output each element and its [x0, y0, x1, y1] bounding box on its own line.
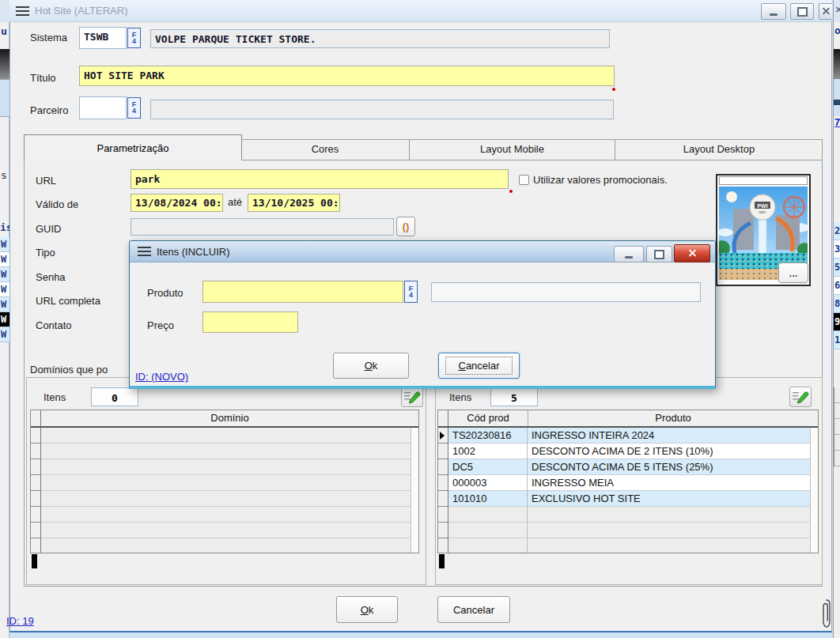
- f4-lookup-button[interactable]: F4: [127, 28, 141, 48]
- pencil-icon: [403, 390, 421, 404]
- valido-ate-input[interactable]: 13/10/2025 00:00: [248, 194, 340, 212]
- menu-hamburger-icon[interactable]: [138, 247, 151, 257]
- row-selector[interactable]: [31, 491, 41, 507]
- background-grid-row: W: [0, 237, 9, 252]
- row-selector[interactable]: [438, 538, 448, 553]
- tab-layout-mobile[interactable]: Layout Mobile: [409, 139, 615, 160]
- maximize-button[interactable]: [790, 3, 814, 20]
- row-selector[interactable]: [31, 507, 41, 523]
- table-row[interactable]: [31, 507, 418, 523]
- screen: u s is WWWWWWW o 7 2356891 Hot Site (ALT…: [0, 0, 840, 638]
- left-edit-button[interactable]: [401, 387, 423, 407]
- record-id-link[interactable]: ID: (NOVO): [135, 371, 188, 383]
- row-selector[interactable]: [31, 523, 41, 538]
- preco-input[interactable]: [202, 311, 298, 333]
- table-cell: DESCONTO ACIMA DE 2 ITENS (10%): [528, 444, 818, 459]
- background-grid-row: W: [0, 267, 9, 282]
- left-itens-count: 0: [91, 387, 138, 406]
- menu-hamburger-icon[interactable]: [16, 6, 29, 17]
- table-row[interactable]: 1002DESCONTO ACIMA DE 2 ITENS (10%): [438, 444, 818, 459]
- column-header[interactable]: Cód prod: [448, 410, 528, 426]
- minimize-button[interactable]: [761, 3, 786, 20]
- dominio-table[interactable]: Domínio: [30, 410, 419, 553]
- background-grid-row: W: [0, 252, 9, 267]
- row-selector[interactable]: [438, 491, 448, 507]
- table-row[interactable]: [31, 538, 418, 553]
- valido-de-input[interactable]: 13/08/2024 00:00: [131, 194, 223, 212]
- table-row[interactable]: DC5DESCONTO ACIMA DE 5 ITENS (25%): [438, 459, 818, 475]
- table-row[interactable]: [438, 507, 818, 523]
- row-selector[interactable]: [438, 459, 448, 475]
- guid-generate-button[interactable]: (): [396, 217, 415, 236]
- column-header[interactable]: Produto: [528, 410, 818, 426]
- produtos-table[interactable]: Cód prod Produto TS20230816INGRESSO INTE…: [437, 410, 819, 553]
- table-row[interactable]: [31, 459, 418, 475]
- right-edit-button[interactable]: [789, 387, 812, 407]
- thumbnail-more-button[interactable]: ...: [778, 262, 808, 283]
- url-label: URL: [36, 175, 56, 187]
- close-button[interactable]: [674, 244, 710, 262]
- cancel-button[interactable]: Cancelar: [437, 596, 510, 623]
- maximize-icon: [797, 7, 808, 17]
- background-link-fragment: 7: [834, 116, 840, 128]
- row-selector[interactable]: [31, 428, 41, 444]
- table-row[interactable]: 101010EXCLUSIVO HOT SITE: [438, 491, 818, 507]
- row-selector[interactable]: [31, 459, 41, 475]
- itens-incluir-dialog: Itens (INCLUIR) Produto F4 Preço Ok Canc…: [129, 240, 716, 389]
- grid-cursor: [32, 554, 37, 568]
- row-selector[interactable]: [438, 507, 448, 523]
- background-grid-fragment: [834, 387, 840, 466]
- row-selector[interactable]: [438, 475, 448, 491]
- parceiro-description: [150, 100, 614, 119]
- required-marker: [612, 88, 615, 91]
- f4-lookup-button[interactable]: F4: [404, 281, 418, 303]
- url-input[interactable]: park: [131, 169, 509, 189]
- table-row[interactable]: [438, 523, 818, 538]
- f4-lookup-button[interactable]: F4: [127, 97, 141, 119]
- row-selector[interactable]: [31, 538, 41, 553]
- table-cell: [41, 428, 418, 444]
- promo-checkbox[interactable]: [519, 175, 529, 185]
- right-itens-label: Itens: [449, 391, 471, 403]
- record-id-link[interactable]: ID: 19: [6, 615, 34, 627]
- row-selector[interactable]: [438, 444, 448, 459]
- table-row[interactable]: [31, 428, 418, 444]
- produto-input[interactable]: [202, 281, 403, 303]
- close-button[interactable]: [819, 3, 832, 20]
- table-row[interactable]: [438, 538, 818, 553]
- table-cell: 000003: [448, 475, 528, 491]
- table-row[interactable]: [31, 491, 418, 507]
- window-titlebar[interactable]: [9, 0, 832, 22]
- background-grid-row: W: [0, 282, 9, 297]
- titulo-input[interactable]: HOT SITE PARK: [79, 66, 615, 86]
- column-header[interactable]: Domínio: [41, 410, 418, 426]
- attachment-button[interactable]: [821, 598, 832, 634]
- sistema-input[interactable]: TSWB: [79, 27, 127, 49]
- minimize-button[interactable]: [614, 246, 644, 262]
- table-row[interactable]: TS20230816INGRESSO INTEIRA 2024: [438, 428, 818, 444]
- table-row[interactable]: [31, 475, 418, 491]
- tab-cores[interactable]: Cores: [241, 139, 409, 160]
- scrollbar-track[interactable]: [411, 428, 418, 553]
- table-row[interactable]: [31, 523, 418, 538]
- table-row[interactable]: 000003INGRESSO MEIA: [438, 475, 818, 491]
- background-grid-row: 2: [834, 222, 840, 240]
- produto-label: Produto: [147, 287, 184, 299]
- table-cell: [448, 523, 528, 538]
- tab-parametrizacao[interactable]: Parametrização: [24, 134, 242, 160]
- background-grid-row: 3: [834, 240, 840, 259]
- row-selector[interactable]: [438, 428, 448, 444]
- row-selector[interactable]: [31, 475, 41, 491]
- row-selector[interactable]: [31, 444, 41, 459]
- background-image-fragment: [834, 49, 840, 79]
- row-selector[interactable]: [438, 523, 448, 538]
- scrollbar-track[interactable]: [810, 428, 818, 553]
- cancel-button[interactable]: Cancelar: [438, 353, 520, 379]
- tab-layout-desktop[interactable]: Layout Desktop: [615, 139, 823, 160]
- minimize-icon: [770, 13, 778, 16]
- table-row[interactable]: [31, 444, 418, 459]
- maximize-button[interactable]: [646, 246, 672, 262]
- ok-button[interactable]: Ok: [333, 353, 409, 379]
- ok-button[interactable]: Ok: [336, 596, 398, 623]
- parceiro-input[interactable]: [79, 96, 127, 119]
